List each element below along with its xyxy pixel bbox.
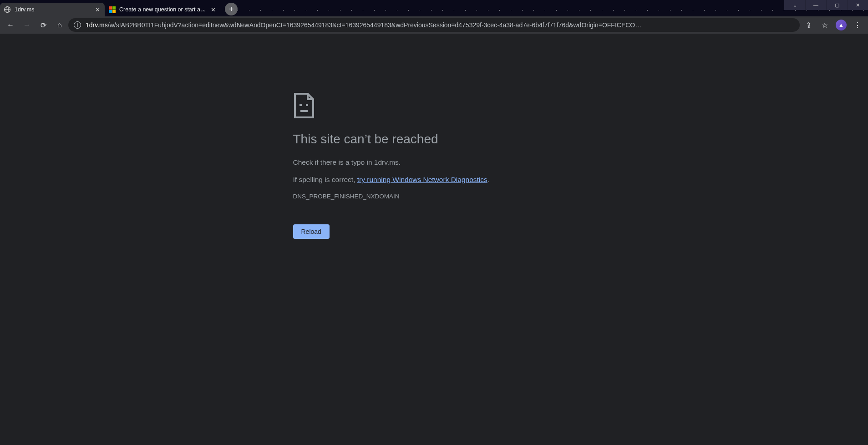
reload-icon: ⟳	[41, 21, 46, 30]
url-text: 1drv.ms/w/s!AB2BB0TI1FuhjodV?action=edit…	[86, 21, 794, 29]
globe-icon	[4, 6, 11, 13]
window-close-button[interactable]: ✕	[847, 0, 868, 10]
tab-strip: 1drv.ms ✕ Create a new question or start…	[0, 0, 868, 16]
close-icon[interactable]: ✕	[209, 6, 217, 13]
diagnostics-link[interactable]: try running Windows Network Diagnostics	[357, 176, 487, 183]
microsoft-icon	[108, 6, 116, 13]
window-controls: ⌄ — ▢ ✕	[784, 0, 868, 10]
close-icon[interactable]: ✕	[94, 6, 101, 13]
tab-ms-community[interactable]: Create a new question or start a… ✕	[105, 3, 220, 16]
site-info-icon[interactable]: i	[74, 21, 81, 29]
back-icon: ←	[7, 21, 14, 29]
error-box: This site can’t be reached Check if ther…	[293, 93, 575, 239]
plus-icon: +	[229, 5, 234, 14]
tab-1drvms[interactable]: 1drv.ms ✕	[0, 3, 105, 16]
url-path: /w/s!AB2BB0TI1FuhjodV?action=editnew&wdN…	[108, 21, 642, 29]
forward-icon: →	[23, 21, 30, 29]
close-icon: ✕	[856, 2, 860, 8]
reload-button[interactable]: ⟳	[36, 18, 51, 32]
svg-rect-5	[300, 110, 308, 112]
home-button[interactable]: ⌂	[52, 18, 67, 32]
svg-rect-3	[299, 104, 302, 106]
new-tab-button[interactable]: +	[225, 3, 238, 15]
reload-page-button[interactable]: Reload	[293, 224, 330, 239]
star-icon: ☆	[822, 21, 828, 30]
minimize-icon: —	[813, 2, 818, 8]
tab-title: 1drv.ms	[15, 6, 90, 13]
window-maximize-button[interactable]: ▢	[826, 0, 847, 10]
error-spelling-line: If spelling is correct, try running Wind…	[293, 176, 575, 184]
bookmark-button[interactable]: ☆	[817, 18, 832, 32]
home-icon: ⌂	[57, 21, 62, 29]
back-button[interactable]: ←	[3, 18, 18, 32]
maximize-icon: ▢	[835, 2, 839, 8]
profile-button[interactable]: ▲	[833, 18, 849, 32]
url-domain: 1drv.ms	[86, 21, 108, 29]
share-button[interactable]: ⇪	[801, 18, 816, 32]
profile-icon: ▲	[836, 20, 847, 30]
chevron-down-icon: ⌄	[793, 2, 797, 8]
browser-toolbar: ← → ⟳ ⌂ i 1drv.ms/w/s!AB2BB0TI1FuhjodV?a…	[0, 16, 868, 34]
sad-page-icon	[293, 93, 315, 118]
share-icon: ⇪	[806, 21, 812, 30]
error-code: DNS_PROBE_FINISHED_NXDOMAIN	[293, 193, 575, 200]
page-content: This site can’t be reached Check if ther…	[0, 34, 868, 239]
menu-button[interactable]: ⋮	[850, 18, 865, 32]
forward-button[interactable]: →	[19, 18, 35, 32]
window-chevron-button[interactable]: ⌄	[784, 0, 805, 10]
address-bar[interactable]: i 1drv.ms/w/s!AB2BB0TI1FuhjodV?action=ed…	[68, 18, 800, 32]
window-minimize-button[interactable]: —	[805, 0, 826, 10]
error-title: This site can’t be reached	[293, 132, 575, 147]
tab-title: Create a new question or start a…	[119, 6, 206, 13]
error-check-line: Check if there is a typo in 1drv.ms.	[293, 158, 575, 167]
menu-icon: ⋮	[854, 21, 861, 30]
svg-rect-4	[306, 104, 308, 106]
